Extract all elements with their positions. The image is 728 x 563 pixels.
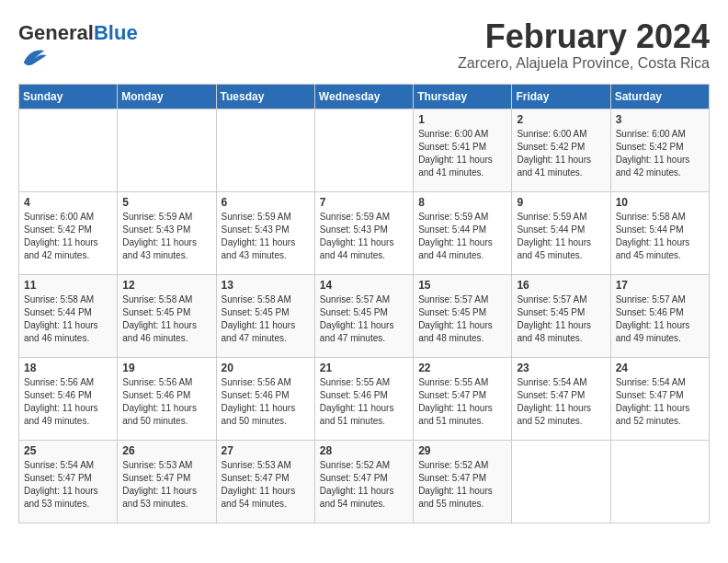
day-info: Sunrise: 5:56 AM Sunset: 5:46 PM Dayligh… <box>24 376 112 428</box>
day-number: 20 <box>222 362 310 374</box>
day-number: 5 <box>122 196 210 209</box>
calendar-cell: 14Sunrise: 5:57 AM Sunset: 5:45 PM Dayli… <box>314 275 413 358</box>
day-number: 3 <box>616 113 704 126</box>
day-info: Sunrise: 5:52 AM Sunset: 5:47 PM Dayligh… <box>418 459 506 511</box>
logo-general-text: General <box>18 21 94 44</box>
calendar-cell: 16Sunrise: 5:57 AM Sunset: 5:45 PM Dayli… <box>512 275 610 358</box>
day-info: Sunrise: 5:54 AM Sunset: 5:47 PM Dayligh… <box>24 459 112 511</box>
calendar-cell: 8Sunrise: 5:59 AM Sunset: 5:44 PM Daylig… <box>414 192 512 275</box>
day-info: Sunrise: 5:59 AM Sunset: 5:44 PM Dayligh… <box>517 211 605 262</box>
calendar-cell: 13Sunrise: 5:58 AM Sunset: 5:45 PM Dayli… <box>216 275 314 358</box>
day-number: 10 <box>616 196 704 209</box>
calendar-week-row: 11Sunrise: 5:58 AM Sunset: 5:44 PM Dayli… <box>19 275 710 358</box>
day-info: Sunrise: 5:57 AM Sunset: 5:45 PM Dayligh… <box>517 293 605 345</box>
calendar-cell: 28Sunrise: 5:52 AM Sunset: 5:47 PM Dayli… <box>314 441 413 523</box>
calendar-cell: 21Sunrise: 5:55 AM Sunset: 5:46 PM Dayli… <box>314 358 413 441</box>
day-number: 7 <box>320 196 408 209</box>
logo: GeneralBlue <box>18 23 138 75</box>
day-number: 15 <box>418 279 506 292</box>
day-info: Sunrise: 5:55 AM Sunset: 5:46 PM Dayligh… <box>320 376 408 428</box>
calendar-week-row: 18Sunrise: 5:56 AM Sunset: 5:46 PM Dayli… <box>19 358 710 441</box>
logo-bird-icon <box>20 43 48 71</box>
weekday-header-friday: Friday <box>512 85 610 109</box>
title-block: February 2024 Zarcero, Alajuela Province… <box>458 18 710 72</box>
calendar-cell <box>314 109 413 192</box>
calendar-body: 1Sunrise: 6:00 AM Sunset: 5:41 PM Daylig… <box>19 109 710 523</box>
day-info: Sunrise: 5:53 AM Sunset: 5:47 PM Dayligh… <box>122 459 210 511</box>
day-number: 27 <box>222 444 310 457</box>
calendar-cell: 17Sunrise: 5:57 AM Sunset: 5:46 PM Dayli… <box>610 275 709 358</box>
day-number: 28 <box>320 444 408 457</box>
day-info: Sunrise: 5:59 AM Sunset: 5:43 PM Dayligh… <box>122 211 210 262</box>
day-info: Sunrise: 5:56 AM Sunset: 5:46 PM Dayligh… <box>222 376 310 428</box>
day-info: Sunrise: 6:00 AM Sunset: 5:42 PM Dayligh… <box>24 211 112 262</box>
calendar-header: SundayMondayTuesdayWednesdayThursdayFrid… <box>19 85 710 109</box>
day-info: Sunrise: 6:00 AM Sunset: 5:42 PM Dayligh… <box>517 128 605 179</box>
day-number: 11 <box>24 279 112 292</box>
weekday-header-sunday: Sunday <box>19 85 118 109</box>
day-number: 14 <box>320 279 408 292</box>
day-number: 13 <box>222 279 310 292</box>
logo-blue-text: Blue <box>94 21 138 44</box>
page-header: GeneralBlue February 2024 Zarcero, Alaju… <box>18 18 710 75</box>
day-info: Sunrise: 5:58 AM Sunset: 5:44 PM Dayligh… <box>616 211 704 262</box>
day-info: Sunrise: 5:54 AM Sunset: 5:47 PM Dayligh… <box>616 376 704 428</box>
day-number: 21 <box>320 362 408 374</box>
day-number: 17 <box>616 279 704 292</box>
calendar-cell: 7Sunrise: 5:59 AM Sunset: 5:43 PM Daylig… <box>314 192 413 275</box>
calendar-week-row: 1Sunrise: 6:00 AM Sunset: 5:41 PM Daylig… <box>19 109 710 192</box>
day-info: Sunrise: 5:57 AM Sunset: 5:45 PM Dayligh… <box>418 293 506 345</box>
calendar-cell: 5Sunrise: 5:59 AM Sunset: 5:43 PM Daylig… <box>118 192 216 275</box>
day-info: Sunrise: 5:54 AM Sunset: 5:47 PM Dayligh… <box>517 376 605 428</box>
day-number: 1 <box>418 113 506 126</box>
calendar-cell: 29Sunrise: 5:52 AM Sunset: 5:47 PM Dayli… <box>414 441 512 523</box>
calendar-cell: 22Sunrise: 5:55 AM Sunset: 5:47 PM Dayli… <box>414 358 512 441</box>
day-number: 24 <box>616 362 704 374</box>
day-number: 6 <box>222 196 310 209</box>
day-info: Sunrise: 5:52 AM Sunset: 5:47 PM Dayligh… <box>320 459 408 511</box>
location-title: Zarcero, Alajuela Province, Costa Rica <box>458 55 710 72</box>
calendar-cell <box>512 441 610 523</box>
calendar-cell <box>216 109 314 192</box>
day-number: 23 <box>517 362 605 374</box>
weekday-header-monday: Monday <box>118 85 216 109</box>
weekday-header-wednesday: Wednesday <box>314 85 413 109</box>
day-number: 25 <box>24 444 112 457</box>
day-info: Sunrise: 5:58 AM Sunset: 5:44 PM Dayligh… <box>24 293 112 345</box>
calendar-cell: 10Sunrise: 5:58 AM Sunset: 5:44 PM Dayli… <box>610 192 709 275</box>
calendar-cell <box>118 109 216 192</box>
weekday-header-tuesday: Tuesday <box>216 85 314 109</box>
calendar-cell: 3Sunrise: 6:00 AM Sunset: 5:42 PM Daylig… <box>610 109 709 192</box>
calendar-cell: 1Sunrise: 6:00 AM Sunset: 5:41 PM Daylig… <box>414 109 512 192</box>
day-number: 2 <box>517 113 605 126</box>
calendar-week-row: 25Sunrise: 5:54 AM Sunset: 5:47 PM Dayli… <box>19 441 710 523</box>
day-info: Sunrise: 5:56 AM Sunset: 5:46 PM Dayligh… <box>122 376 210 428</box>
calendar-cell: 19Sunrise: 5:56 AM Sunset: 5:46 PM Dayli… <box>118 358 216 441</box>
day-number: 9 <box>517 196 605 209</box>
day-number: 26 <box>122 444 210 457</box>
day-info: Sunrise: 6:00 AM Sunset: 5:42 PM Dayligh… <box>616 128 704 179</box>
calendar-cell: 2Sunrise: 6:00 AM Sunset: 5:42 PM Daylig… <box>512 109 610 192</box>
calendar-cell: 24Sunrise: 5:54 AM Sunset: 5:47 PM Dayli… <box>610 358 709 441</box>
day-info: Sunrise: 5:59 AM Sunset: 5:43 PM Dayligh… <box>320 211 408 262</box>
calendar-cell <box>610 441 709 523</box>
weekday-header-row: SundayMondayTuesdayWednesdayThursdayFrid… <box>19 85 710 109</box>
day-number: 29 <box>418 444 506 457</box>
calendar-cell: 25Sunrise: 5:54 AM Sunset: 5:47 PM Dayli… <box>19 441 118 523</box>
day-number: 18 <box>24 362 112 374</box>
calendar-cell: 18Sunrise: 5:56 AM Sunset: 5:46 PM Dayli… <box>19 358 118 441</box>
day-number: 12 <box>122 279 210 292</box>
day-number: 22 <box>418 362 506 374</box>
day-info: Sunrise: 5:53 AM Sunset: 5:47 PM Dayligh… <box>222 459 310 511</box>
day-info: Sunrise: 5:57 AM Sunset: 5:45 PM Dayligh… <box>320 293 408 345</box>
day-info: Sunrise: 5:59 AM Sunset: 5:43 PM Dayligh… <box>222 211 310 262</box>
calendar-cell: 23Sunrise: 5:54 AM Sunset: 5:47 PM Dayli… <box>512 358 610 441</box>
weekday-header-saturday: Saturday <box>610 85 709 109</box>
calendar-cell: 11Sunrise: 5:58 AM Sunset: 5:44 PM Dayli… <box>19 275 118 358</box>
day-info: Sunrise: 5:57 AM Sunset: 5:46 PM Dayligh… <box>616 293 704 345</box>
calendar-cell: 20Sunrise: 5:56 AM Sunset: 5:46 PM Dayli… <box>216 358 314 441</box>
day-number: 8 <box>418 196 506 209</box>
day-number: 4 <box>24 196 112 209</box>
calendar-cell: 4Sunrise: 6:00 AM Sunset: 5:42 PM Daylig… <box>19 192 118 275</box>
day-info: Sunrise: 5:58 AM Sunset: 5:45 PM Dayligh… <box>222 293 310 345</box>
